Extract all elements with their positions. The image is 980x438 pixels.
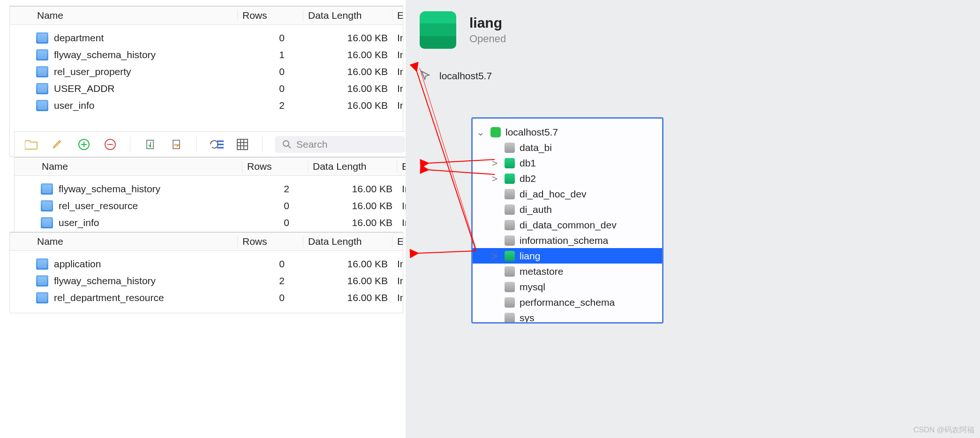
grid-icon[interactable] <box>235 137 250 152</box>
column-rows[interactable]: Rows <box>237 10 303 21</box>
column-data-length[interactable]: Data Length <box>308 161 397 172</box>
database-icon <box>505 297 515 308</box>
remove-icon[interactable] <box>103 137 118 152</box>
tree-item-performance_schema[interactable]: performance_schema <box>473 295 662 310</box>
row-len: 16.00 KB <box>303 66 392 77</box>
search-icon <box>282 140 292 149</box>
tree-item-data_bi[interactable]: data_bi <box>473 140 662 155</box>
row-name: department <box>54 32 104 44</box>
tree-item-label: liang <box>520 250 540 262</box>
column-data-length[interactable]: Data Length <box>303 236 392 247</box>
table-body: flyway_schema_history216.00 KBInnol rel_… <box>15 176 415 238</box>
db-title: liang <box>469 15 506 31</box>
row-engine: Inn <box>392 32 403 44</box>
chevron-right-icon[interactable]: > <box>490 158 500 169</box>
watermark: CSDN @码农阿福 <box>913 425 974 435</box>
table-row[interactable]: user_info216.00 KBInn <box>10 97 403 114</box>
table-row[interactable]: application016.00 KBInn <box>10 256 403 272</box>
column-name[interactable]: Name <box>15 161 242 172</box>
table-row[interactable]: flyway_schema_history216.00 KBInn <box>10 272 403 289</box>
chevron-right-icon[interactable]: > <box>490 250 500 262</box>
column-rows[interactable]: Rows <box>237 236 303 247</box>
row-engine: Inn <box>392 275 403 287</box>
database-icon <box>505 158 515 168</box>
tree-item-label: metastore <box>520 266 563 277</box>
row-len: 16.00 KB <box>303 100 392 111</box>
table-row[interactable]: USER_ADDR016.00 KBInn <box>10 80 403 97</box>
tree-item-db1[interactable]: >db1 <box>473 155 662 171</box>
database-icon <box>505 266 515 277</box>
table-row[interactable]: flyway_schema_history216.00 KBInnol <box>15 181 415 197</box>
row-name: USER_ADDR <box>54 83 115 94</box>
tree-item-information_schema[interactable]: information_schema <box>473 233 662 248</box>
database-icon <box>505 189 515 199</box>
chevron-right-icon[interactable]: > <box>490 173 500 184</box>
table-row[interactable]: flyway_schema_history116.00 KBInn <box>10 46 403 63</box>
edit-icon[interactable] <box>50 137 65 152</box>
row-name: rel_user_resource <box>59 200 138 211</box>
db-header: liang Opened <box>406 0 980 58</box>
tree-item-label: data_bi <box>520 142 552 153</box>
row-len: 16.00 KB <box>303 32 392 44</box>
tree-item-sys[interactable]: sys <box>473 310 662 324</box>
chevron-down-icon[interactable]: ⌄ <box>475 127 486 138</box>
tree-item-mysql[interactable]: mysql <box>473 279 662 295</box>
table-row[interactable]: rel_user_property016.00 KBInn <box>10 63 403 80</box>
table-row[interactable]: user_info016.00 KBInnol <box>15 214 415 231</box>
tree-item-label: di_auth <box>520 204 552 215</box>
row-len: 16.00 KB <box>303 83 392 94</box>
import-icon[interactable] <box>143 137 158 152</box>
database-icon <box>505 251 515 261</box>
row-rows: 0 <box>238 83 303 94</box>
table-icon <box>36 49 48 60</box>
row-len: 16.00 KB <box>308 183 397 195</box>
row-rows: 0 <box>238 66 303 77</box>
table-icon <box>36 275 48 287</box>
tree-item-label: performance_schema <box>520 297 615 308</box>
column-name[interactable]: Name <box>10 236 237 247</box>
search-placeholder: Search <box>296 139 328 150</box>
table-icon <box>36 32 48 44</box>
row-rows: 0 <box>242 217 308 228</box>
column-engine[interactable]: Eng <box>392 10 403 21</box>
column-rows[interactable]: Rows <box>242 161 308 172</box>
add-icon[interactable] <box>76 137 91 152</box>
host-line[interactable]: localhost5.7 <box>406 69 980 83</box>
search-input[interactable]: Search <box>275 136 405 153</box>
row-len: 16.00 KB <box>308 200 397 211</box>
column-data-length[interactable]: Data Length <box>303 10 392 21</box>
table-row[interactable]: rel_user_resource016.00 KBInnol <box>15 197 415 214</box>
tree-item-db2[interactable]: >db2 <box>473 171 662 186</box>
column-engine[interactable]: Eng <box>392 236 403 247</box>
row-engine: Inn <box>392 49 403 60</box>
tree-item-di_ad_hoc_dev[interactable]: di_ad_hoc_dev <box>473 186 662 202</box>
database-icon <box>420 11 456 49</box>
table-icon <box>36 100 48 111</box>
table-icon <box>36 292 48 303</box>
table-icon <box>41 217 53 228</box>
tree-item-di_auth[interactable]: di_auth <box>473 202 662 217</box>
column-name[interactable]: Name <box>10 10 237 21</box>
database-icon <box>505 313 515 323</box>
table-icon <box>36 83 48 94</box>
tree-item-liang[interactable]: >liang <box>473 248 662 264</box>
open-icon[interactable] <box>24 137 39 152</box>
table-icon <box>36 66 48 77</box>
database-icon <box>505 143 515 153</box>
tree-item-metastore[interactable]: metastore <box>473 264 662 279</box>
row-rows: 1 <box>238 49 303 60</box>
row-rows: 0 <box>242 200 308 211</box>
row-len: 16.00 KB <box>303 292 392 303</box>
refresh-list-icon[interactable] <box>209 137 224 152</box>
tree-item-di_data_common_dev[interactable]: di_data_common_dev <box>473 217 662 233</box>
tree-item-label: db2 <box>520 173 536 184</box>
table-icon <box>41 200 53 211</box>
table-row[interactable]: department016.00 KBInn <box>10 30 403 46</box>
tree-host-row[interactable]: ⌄ localhost5.7 <box>473 124 662 140</box>
table-row[interactable]: rel_department_resource016.00 KBInn <box>10 289 403 306</box>
row-len: 16.00 KB <box>303 49 392 60</box>
table-header: Name Rows Data Length Eng <box>10 6 403 25</box>
row-engine: Inn <box>392 83 403 94</box>
export-icon[interactable] <box>169 137 184 152</box>
tree-host-label: localhost5.7 <box>505 127 558 138</box>
